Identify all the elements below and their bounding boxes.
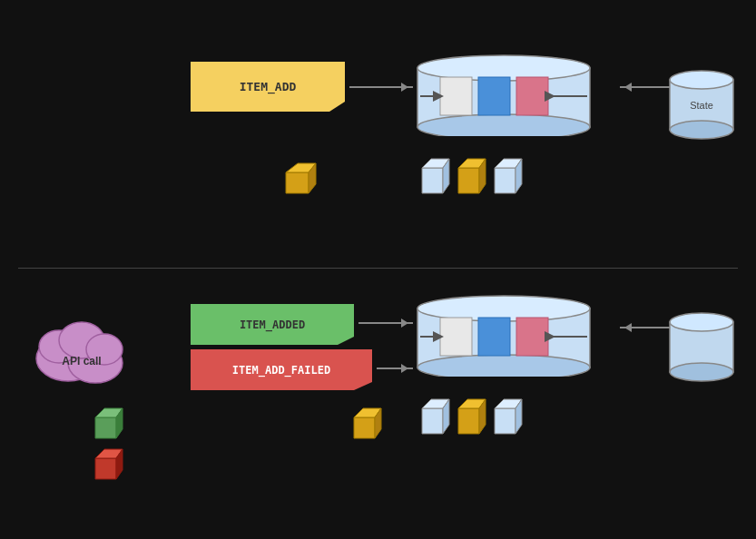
action-cube-bottom	[349, 404, 381, 436]
svg-marker-12	[286, 172, 309, 193]
svg-marker-44	[95, 458, 116, 479]
svg-marker-18	[458, 168, 479, 193]
svg-rect-5	[516, 77, 548, 115]
failure-cube	[91, 445, 123, 476]
reducer-cubes-top	[417, 150, 563, 200]
arrow-state-queue-bottom	[620, 327, 670, 328]
svg-marker-41	[95, 417, 116, 438]
svg-point-2	[417, 114, 590, 136]
success-cube	[91, 404, 123, 436]
item-add-label: ITEM_ADD	[240, 80, 297, 93]
svg-marker-53	[458, 408, 479, 434]
arrow-state-queue-top	[620, 86, 670, 88]
item-add-note: ITEM_ADD	[191, 62, 345, 112]
svg-rect-4	[478, 77, 510, 115]
svg-rect-3	[440, 77, 472, 115]
svg-rect-33	[440, 318, 472, 356]
item-added-note: ITEM_ADDED	[191, 304, 354, 345]
svg-marker-21	[495, 168, 515, 193]
reducer-cubes-bottom	[417, 390, 563, 440]
item-add-failed-note: ITEM_ADD_FAILED	[191, 349, 372, 390]
svg-point-32	[417, 355, 590, 377]
svg-marker-56	[495, 408, 515, 434]
svg-marker-47	[354, 417, 375, 438]
queue-cylinder-bottom	[413, 295, 594, 368]
svg-text:API call: API call	[62, 355, 101, 368]
arrow-added-queue	[358, 322, 413, 324]
arrow-action-queue	[349, 86, 413, 88]
api-call-cloud: API call	[27, 309, 145, 381]
svg-point-9	[670, 71, 733, 89]
svg-marker-50	[422, 408, 443, 434]
section-divider	[18, 268, 738, 269]
item-added-label: ITEM_ADDED	[240, 318, 305, 331]
state-cylinder-top: State	[665, 62, 738, 143]
svg-text:State: State	[690, 100, 713, 111]
queue-cylinder-top	[413, 54, 594, 127]
action-cube-top	[281, 159, 313, 191]
svg-point-40	[670, 363, 733, 381]
arrow-failed-queue	[377, 368, 413, 369]
svg-rect-35	[516, 318, 548, 356]
svg-point-10	[670, 121, 733, 139]
svg-point-39	[670, 313, 733, 331]
item-add-failed-label: ITEM_ADD_FAILED	[232, 364, 330, 377]
state-cylinder-bottom	[665, 304, 738, 386]
svg-rect-34	[478, 318, 510, 356]
diagram: ITEM_ADD	[0, 0, 756, 539]
svg-marker-15	[422, 168, 443, 193]
